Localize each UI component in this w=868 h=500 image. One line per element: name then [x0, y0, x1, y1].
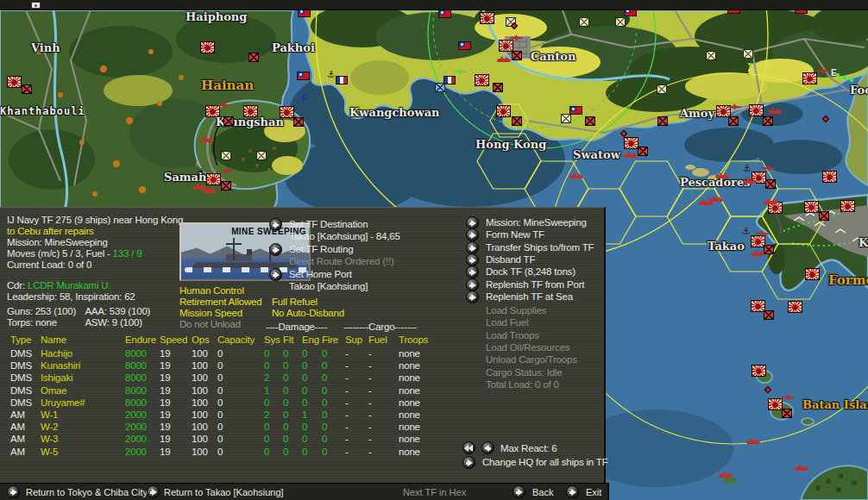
control-state[interactable]: Human Control	[179, 285, 244, 296]
menu-item-label[interactable]: Replenish TF from Port	[486, 279, 584, 290]
air-unit-icon[interactable]	[816, 67, 829, 74]
arrow-icon[interactable]	[466, 291, 479, 303]
japanese-unit-icon[interactable]	[802, 72, 817, 84]
base-x-icon[interactable]	[763, 116, 773, 126]
japanese-unit-icon[interactable]	[788, 301, 802, 313]
resource-icon[interactable]	[706, 51, 716, 60]
base-x-icon[interactable]	[819, 211, 829, 221]
base-x-icon[interactable]	[512, 116, 522, 126]
table-row[interactable]: DMSHachijo80001910000000--none	[0, 348, 449, 360]
menu-item-label[interactable]: Transfer Ships to/from TF	[486, 242, 594, 253]
menu-item-label[interactable]: Set Home Port	[289, 269, 352, 279]
ship-name[interactable]: W-2	[41, 422, 58, 432]
japanese-unit-icon[interactable]	[499, 40, 513, 52]
arrow-icon[interactable]	[466, 278, 479, 291]
resource-icon[interactable]	[579, 17, 589, 27]
ship-name[interactable]: Kunashiri	[41, 360, 80, 371]
base-x-icon[interactable]	[293, 117, 304, 127]
japanese-unit-icon[interactable]	[768, 398, 783, 410]
arrow-icon[interactable]	[462, 456, 475, 469]
return-takao-button[interactable]: Return to Takao [Kaohsiung]	[164, 487, 284, 497]
japanese-unit-icon[interactable]	[496, 105, 511, 117]
roc-flag-icon[interactable]	[458, 41, 471, 50]
base-x-icon[interactable]	[764, 310, 774, 320]
arrow-icon[interactable]	[513, 485, 525, 498]
table-row[interactable]: DMSUruyame#80001910000000--none	[0, 397, 449, 409]
japanese-unit-icon[interactable]	[805, 268, 820, 280]
air-unit-icon[interactable]	[218, 102, 231, 109]
unload-state[interactable]: Do not Unload	[179, 319, 241, 329]
resource-icon[interactable]	[561, 114, 571, 123]
menu-item-label[interactable]: Set TF Destination	[289, 219, 368, 229]
menu-item-label[interactable]: Disband TF	[486, 254, 535, 265]
task-force-icon[interactable]	[751, 250, 764, 256]
cdr-name[interactable]: LCDR Murakami U.	[28, 280, 110, 291]
japanese-unit-icon[interactable]	[804, 201, 819, 213]
table-row[interactable]: AMW-220001910000000--none	[0, 422, 449, 434]
french-flag-icon[interactable]	[443, 76, 456, 84]
arrow-icon[interactable]	[269, 268, 282, 281]
air-unit-icon[interactable]	[454, 68, 467, 75]
menu-item-label[interactable]: Dock TF (8,248 tons)	[486, 266, 576, 277]
arrow-icon[interactable]	[269, 243, 282, 256]
ship-name[interactable]: W-3	[41, 434, 58, 444]
base-x-icon[interactable]	[221, 181, 231, 191]
french-flag-icon[interactable]	[336, 76, 348, 84]
resource-icon[interactable]	[256, 151, 267, 160]
auto-disband-state[interactable]: No Auto-Disband	[272, 308, 344, 318]
japanese-unit-icon[interactable]	[480, 12, 494, 24]
air-unit-icon[interactable]	[782, 394, 795, 401]
arrow-icon[interactable]	[147, 485, 160, 498]
base-x-icon[interactable]	[782, 409, 792, 418]
task-force-icon[interactable]	[715, 172, 729, 178]
base-x-icon[interactable]	[512, 51, 522, 60]
air-unit-icon[interactable]	[762, 165, 775, 172]
menu-item-label[interactable]: Set TF Routing	[289, 244, 353, 254]
japanese-unit-icon[interactable]	[280, 106, 294, 118]
resource-icon[interactable]	[743, 49, 753, 59]
resource-icon[interactable]	[221, 151, 231, 160]
mission-speed-label[interactable]: Mission Speed	[179, 308, 269, 318]
japanese-unit-icon[interactable]	[840, 200, 855, 212]
japanese-unit-icon[interactable]	[822, 171, 837, 183]
menu-item-label[interactable]: Mission: MineSweeping	[486, 217, 587, 228]
task-force-icon[interactable]	[497, 56, 511, 62]
base-x-icon[interactable]	[493, 83, 503, 92]
task-force-icon[interactable]	[200, 136, 214, 142]
task-force-icon[interactable]	[746, 438, 760, 444]
retirement-label[interactable]: Retirement Allowed	[179, 297, 269, 307]
roc-flag-icon[interactable]	[569, 106, 582, 115]
react-decrease-button[interactable]	[481, 441, 494, 454]
base-x-icon[interactable]	[638, 147, 648, 156]
air-unit-icon[interactable]	[221, 167, 234, 174]
japanese-unit-icon[interactable]	[206, 173, 221, 185]
japanese-unit-icon[interactable]	[752, 365, 766, 377]
table-row[interactable]: AMW-120001910002010--none	[0, 409, 449, 422]
task-force-icon[interactable]	[624, 152, 638, 158]
ship-name[interactable]: W-1	[41, 409, 58, 420]
task-force-icon[interactable]	[192, 184, 206, 190]
menu-item-label[interactable]: Change HQ for all ships in TF	[482, 457, 607, 467]
base-x-icon[interactable]	[248, 53, 259, 62]
japanese-unit-icon[interactable]	[200, 41, 215, 53]
japanese-unit-icon[interactable]	[475, 74, 489, 86]
ship-name[interactable]: Ishigaki	[41, 372, 72, 383]
arrow-icon[interactable]	[466, 228, 479, 241]
table-row[interactable]: DMSKunashiri80001910000000--none	[0, 360, 449, 372]
arrow-icon[interactable]	[466, 216, 479, 229]
base-x-icon[interactable]	[657, 116, 668, 126]
table-row[interactable]: AMW-520001910000000--none	[0, 447, 449, 459]
react-min-button[interactable]	[462, 441, 475, 454]
task-force-icon[interactable]	[764, 198, 777, 204]
ship-name[interactable]: Omae	[41, 385, 67, 396]
arrow-icon[interactable]	[466, 266, 479, 278]
japanese-unit-icon[interactable]	[7, 76, 22, 88]
menu-item-label[interactable]: Replenish TF at Sea	[486, 291, 573, 302]
base-x-icon[interactable]	[764, 245, 774, 254]
roc-flag-icon[interactable]	[297, 72, 310, 80]
table-row[interactable]: DMSOmae80001910001000--none	[0, 385, 449, 397]
table-row[interactable]: AMW-320001910000000--none	[0, 434, 449, 446]
resource-icon[interactable]	[657, 84, 667, 94]
task-force-icon[interactable]	[569, 172, 583, 178]
base-x-icon[interactable]	[585, 116, 595, 126]
